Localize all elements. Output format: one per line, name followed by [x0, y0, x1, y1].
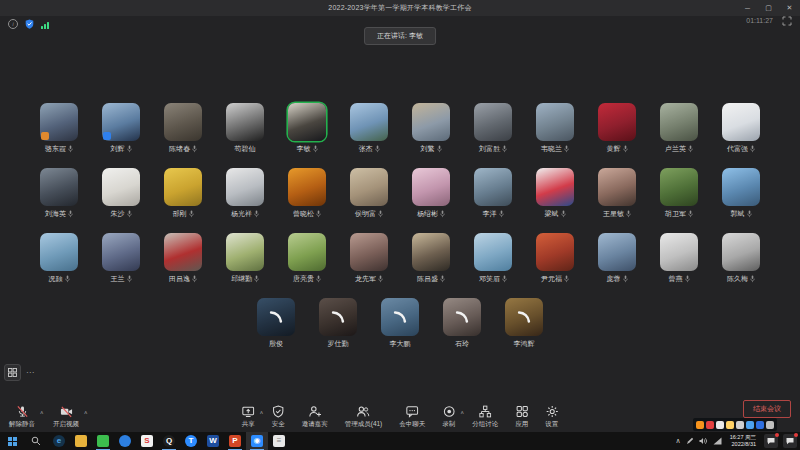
network-icon[interactable] — [713, 437, 722, 445]
participant-tile[interactable]: 陈久梅 — [722, 233, 760, 286]
minimize-button[interactable]: ─ — [737, 0, 758, 16]
participant-tile[interactable]: 韦晓兰 — [536, 103, 574, 156]
button-label: 管理成员(41) — [345, 420, 383, 429]
participant-tile[interactable]: 陈昌盛 — [412, 233, 450, 286]
participant-tile[interactable]: 苟碧仙 — [226, 103, 264, 156]
popup-orange-icon[interactable] — [696, 421, 704, 429]
participant-tile[interactable]: 杨绍彬 — [412, 168, 450, 221]
participant-tile[interactable]: 刘富胜 — [474, 103, 512, 156]
chevron-up-icon[interactable]: ∧ — [259, 409, 263, 415]
network-signal-icon[interactable] — [41, 22, 49, 29]
participant-tile[interactable]: 庞蓉 — [598, 233, 636, 286]
participant-tile[interactable]: 李鸿辉 — [505, 298, 543, 351]
pen-icon[interactable] — [686, 437, 694, 445]
maximize-button[interactable]: ▢ — [758, 0, 779, 16]
taskbar-search-button[interactable] — [24, 432, 48, 450]
popup-light-icon[interactable] — [736, 421, 744, 429]
meeting-info-icon[interactable]: i — [8, 19, 18, 29]
taskbar-app-qq[interactable]: Q — [158, 432, 180, 450]
close-button[interactable]: ✕ — [779, 0, 800, 16]
participant-tile[interactable]: 骆东霞 — [40, 103, 78, 156]
toolbar-members-button[interactable]: 管理成员(41) — [343, 405, 385, 429]
hidden-icons-caret[interactable]: ∧ — [676, 437, 681, 445]
participant-row: 殷俊罗仕勤李大鹏石玲李鸿辉 — [0, 298, 800, 351]
taskbar-app-blue-browser[interactable] — [114, 432, 136, 450]
toolbar-share-button[interactable]: 共享∧ — [240, 405, 257, 429]
participant-tile[interactable]: 李洋 — [474, 168, 512, 221]
toolbar-cam-off-button[interactable]: 开启视频∧ — [51, 405, 81, 429]
participant-tile[interactable]: 王兰 — [102, 233, 140, 286]
participant-tile[interactable]: 梁斌 — [536, 168, 574, 221]
participant-tile[interactable]: 侯明富 — [350, 168, 388, 221]
chevron-up-icon[interactable]: ∧ — [460, 409, 464, 415]
mic-icon — [437, 145, 442, 153]
participant-tile[interactable]: 邓笑眉 — [474, 233, 512, 286]
taskbar-app-wechat[interactable] — [92, 432, 114, 450]
participant-name: 尹元福 — [541, 274, 562, 284]
security-shield-icon[interactable] — [25, 19, 34, 29]
start-button[interactable] — [0, 432, 24, 450]
participant-tile[interactable]: 龙先军 — [350, 233, 388, 286]
taskbar-app-powerpoint[interactable]: P — [224, 432, 246, 450]
participant-tile[interactable]: 陈绪春 — [164, 103, 202, 156]
toolbar-invite-button[interactable]: 邀请嘉宾 — [300, 405, 330, 429]
layout-more-button[interactable]: ⋯ — [26, 369, 34, 377]
participant-name-row: 陈昌盛 — [417, 274, 445, 284]
popup-star-icon[interactable] — [726, 421, 734, 429]
toolbar-breakout-button[interactable]: 分组讨论 — [470, 405, 500, 429]
popup-blue-icon[interactable] — [746, 421, 754, 429]
participant-tile[interactable]: 胡卫军 — [660, 168, 698, 221]
taskbar-app-tencent-meeting[interactable]: ◉ — [246, 432, 268, 450]
participant-tile[interactable]: 邱继勤 — [226, 233, 264, 286]
participant-tile[interactable]: 刘繁 — [412, 103, 450, 156]
desktop-widget-popup[interactable] — [693, 418, 777, 431]
participant-tile[interactable]: 李敏 — [288, 103, 326, 156]
participant-tile[interactable]: 朱沙 — [102, 168, 140, 221]
participant-tile[interactable]: 黄辉 — [598, 103, 636, 156]
toolbar-record-button[interactable]: 录制∧ — [440, 405, 457, 429]
toolbar-settings-button[interactable]: 设置 — [543, 405, 560, 429]
taskbar-app-word[interactable]: W — [202, 432, 224, 450]
toolbar-apps-button[interactable]: 应用 — [513, 405, 530, 429]
participant-tile[interactable]: 殷俊 — [257, 298, 295, 351]
notification-icon-1[interactable] — [764, 434, 778, 448]
participant-tile[interactable]: 邵刚 — [164, 168, 202, 221]
participant-tile[interactable]: 卢兰英 — [660, 103, 698, 156]
toolbar-mic-off-button[interactable]: 解除静音∧ — [7, 405, 37, 429]
fullscreen-expand-icon[interactable] — [782, 16, 792, 26]
participant-tile[interactable]: 王星敏 — [598, 168, 636, 221]
toolbar-shield-check-button[interactable]: 安全 — [270, 405, 287, 429]
participant-tile[interactable]: 罗仕勤 — [319, 298, 357, 351]
grid-view-button[interactable] — [4, 364, 21, 381]
taskbar-app-notepad[interactable]: ≡ — [268, 432, 290, 450]
participant-tile[interactable]: 刘海英 — [40, 168, 78, 221]
participant-tile[interactable]: 代富强 — [722, 103, 760, 156]
notification-icon-2[interactable] — [783, 434, 797, 448]
participant-tile[interactable]: 石玲 — [443, 298, 481, 351]
end-meeting-button[interactable]: 结束会议 — [743, 400, 791, 418]
speaker-icon[interactable] — [699, 437, 708, 445]
participant-tile[interactable]: 李大鹏 — [381, 298, 419, 351]
participant-tile[interactable]: 唐亮贵 — [288, 233, 326, 286]
participant-tile[interactable]: 杨光祥 — [226, 168, 264, 221]
participant-tile[interactable]: 田昌逸 — [164, 233, 202, 286]
toolbar-chat-button[interactable]: 会中聊天 — [397, 405, 427, 429]
participant-tile[interactable]: 张杰 — [350, 103, 388, 156]
participant-tile[interactable]: 郭斌 — [722, 168, 760, 221]
chevron-up-icon[interactable]: ∧ — [84, 409, 88, 415]
taskbar-clock[interactable]: 16:27 周三 2022/8/31 — [727, 434, 759, 448]
participant-tile[interactable]: 况颢 — [40, 233, 78, 286]
taskbar-app-file-explorer[interactable] — [70, 432, 92, 450]
participant-tile[interactable]: 尹元福 — [536, 233, 574, 286]
taskbar-app-s-browser[interactable]: S — [136, 432, 158, 450]
participant-tile[interactable]: 曾燕 — [660, 233, 698, 286]
taskbar-app-tim[interactable]: T — [180, 432, 202, 450]
popup-gear-icon[interactable] — [766, 421, 774, 429]
chevron-up-icon[interactable]: ∧ — [40, 409, 44, 415]
popup-blue2-icon[interactable] — [756, 421, 764, 429]
popup-moon-icon[interactable] — [716, 421, 724, 429]
popup-red-icon[interactable] — [706, 421, 714, 429]
participant-tile[interactable]: 刘辉 — [102, 103, 140, 156]
taskbar-app-edge-browser[interactable]: e — [48, 432, 70, 450]
participant-tile[interactable]: 曾晓松 — [288, 168, 326, 221]
